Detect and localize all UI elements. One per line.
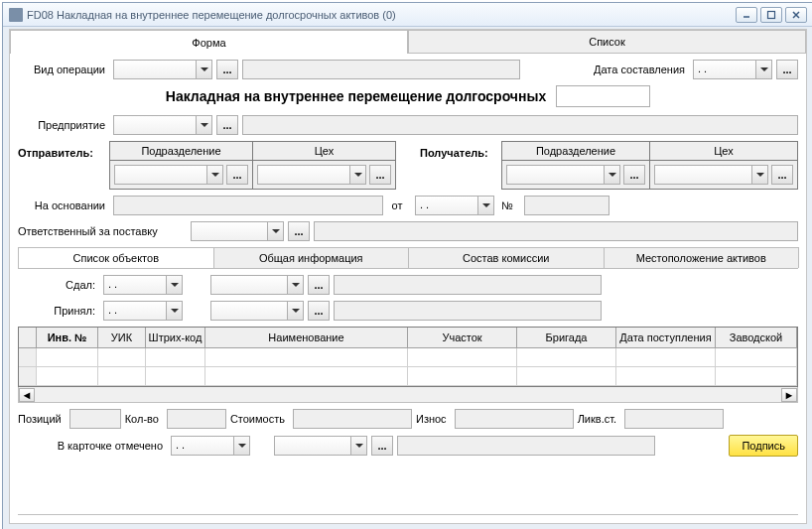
date-browse-button[interactable]: ... — [776, 60, 798, 79]
sender-workshop-header: Цех — [253, 142, 395, 160]
sender-subdivision-combo[interactable] — [114, 165, 223, 185]
sender-subdivision-browse-button[interactable]: ... — [226, 165, 248, 185]
marked-desc-field[interactable] — [397, 436, 655, 456]
received-label: Принял: — [18, 305, 99, 317]
positions-label: Позиций — [18, 413, 66, 425]
gave-browse-button[interactable]: ... — [308, 275, 330, 295]
grid-col-brigade[interactable]: Бригада — [517, 328, 616, 348]
sender-group: Подразделение Цех ... ... — [109, 141, 396, 190]
date-label: Дата составления — [524, 64, 689, 75]
responsible-label: Ответственный за поставку — [18, 225, 187, 237]
grid-col-name[interactable]: Наименование — [205, 328, 408, 348]
chevron-down-icon[interactable] — [755, 61, 771, 78]
sender-workshop-browse-button[interactable]: ... — [369, 165, 391, 185]
wear-label: Износ — [416, 413, 451, 425]
grid-body[interactable] — [19, 348, 797, 386]
gave-desc-field[interactable] — [334, 275, 602, 295]
grid-col-inv[interactable]: Инв. № — [37, 328, 98, 348]
qty-field — [167, 409, 226, 429]
titlebar: FD08 Накладная на внутреннее перемещение… — [3, 3, 812, 27]
basis-date-combo[interactable]: . . — [415, 196, 494, 215]
grid-col-factory[interactable]: Заводской — [716, 328, 797, 348]
basis-no-field[interactable] — [524, 196, 609, 215]
chevron-down-icon[interactable] — [604, 166, 619, 184]
optype-label: Вид операции — [18, 64, 109, 75]
chevron-down-icon[interactable] — [287, 302, 303, 320]
enterprise-combo[interactable] — [113, 115, 212, 135]
chevron-down-icon[interactable] — [196, 116, 211, 134]
document-number-input[interactable] — [556, 85, 650, 107]
minimize-button[interactable] — [736, 7, 757, 23]
grid-col-barcode[interactable]: Штрих-код — [146, 328, 205, 348]
scroll-right-arrow-icon[interactable]: ► — [781, 388, 797, 402]
gave-date-combo[interactable]: . . — [103, 275, 183, 295]
svg-rect-1 — [768, 11, 775, 18]
optype-desc-field[interactable] — [242, 60, 520, 79]
close-button[interactable] — [785, 7, 807, 23]
receiver-group: Подразделение Цех ... ... — [501, 141, 798, 190]
grid-col-area[interactable]: Участок — [408, 328, 517, 348]
marked-person-combo[interactable] — [274, 436, 367, 456]
chevron-down-icon[interactable] — [206, 166, 222, 184]
subtab-asset-location[interactable]: Местоположение активов — [604, 247, 800, 268]
cost-label: Стоимость — [230, 413, 289, 425]
optype-browse-button[interactable]: ... — [216, 60, 238, 79]
received-browse-button[interactable]: ... — [308, 301, 330, 321]
receiver-workshop-header: Цех — [650, 142, 797, 160]
responsible-combo[interactable] — [191, 221, 284, 241]
received-desc-field[interactable] — [334, 301, 602, 321]
chevron-down-icon[interactable] — [233, 437, 249, 455]
enterprise-desc-field[interactable] — [242, 115, 798, 135]
received-date-combo[interactable]: . . — [103, 301, 183, 321]
chevron-down-icon[interactable] — [196, 61, 211, 78]
wear-field — [455, 409, 574, 429]
date-combo[interactable]: . . — [693, 60, 772, 79]
chevron-down-icon[interactable] — [287, 276, 303, 294]
chevron-down-icon[interactable] — [166, 276, 182, 294]
gave-person-combo[interactable] — [210, 275, 304, 295]
cost-field — [293, 409, 412, 429]
positions-field — [69, 409, 121, 429]
receiver-workshop-browse-button[interactable]: ... — [771, 165, 793, 185]
grid-col-recvdate[interactable]: Дата поступления — [616, 328, 716, 348]
subtab-commission[interactable]: Состав комиссии — [408, 247, 605, 268]
sub-tabs: Список объектов Общая информация Состав … — [18, 247, 798, 269]
tab-form[interactable]: Форма — [10, 30, 408, 54]
qty-label: Кол-во — [125, 413, 163, 425]
sign-button[interactable]: Подпись — [729, 435, 798, 457]
sender-label: Отправитель: — [18, 141, 109, 159]
chevron-down-icon[interactable] — [267, 222, 283, 240]
scroll-left-arrow-icon[interactable]: ◄ — [19, 388, 35, 402]
responsible-browse-button[interactable]: ... — [288, 221, 310, 241]
app-icon — [9, 8, 23, 22]
receiver-subdivision-browse-button[interactable]: ... — [623, 165, 645, 185]
receiver-label: Получатель: — [420, 141, 501, 159]
optype-combo[interactable] — [113, 60, 212, 79]
chevron-down-icon[interactable] — [350, 437, 366, 455]
receiver-subdivision-header: Подразделение — [502, 142, 650, 160]
sender-subdivision-header: Подразделение — [110, 142, 253, 160]
main-tabs: Форма Список — [10, 30, 806, 54]
receiver-workshop-combo[interactable] — [654, 165, 768, 185]
chevron-down-icon[interactable] — [751, 166, 767, 184]
marked-browse-button[interactable]: ... — [371, 436, 393, 456]
basis-field[interactable] — [113, 196, 383, 215]
tab-list[interactable]: Список — [408, 30, 806, 54]
received-person-combo[interactable] — [210, 301, 304, 321]
basis-no-label: № — [498, 199, 520, 211]
responsible-desc-field[interactable] — [314, 221, 798, 241]
marked-date-combo[interactable]: . . — [171, 436, 250, 456]
objects-grid[interactable]: Инв. № УИК Штрих-код Наименование Участо… — [18, 327, 798, 387]
sender-workshop-combo[interactable] — [257, 165, 366, 185]
receiver-subdivision-combo[interactable] — [506, 165, 620, 185]
app-window: FD08 Накладная на внутреннее перемещение… — [2, 2, 812, 529]
grid-col-uik[interactable]: УИК — [98, 328, 146, 348]
chevron-down-icon[interactable] — [349, 166, 365, 184]
chevron-down-icon[interactable] — [477, 197, 493, 214]
grid-horizontal-scrollbar[interactable]: ◄ ► — [18, 387, 798, 403]
subtab-general-info[interactable]: Общая информация — [213, 247, 410, 268]
chevron-down-icon[interactable] — [166, 302, 182, 320]
enterprise-browse-button[interactable]: ... — [216, 115, 238, 135]
subtab-object-list[interactable]: Список объектов — [18, 247, 214, 268]
maximize-button[interactable] — [760, 7, 782, 23]
